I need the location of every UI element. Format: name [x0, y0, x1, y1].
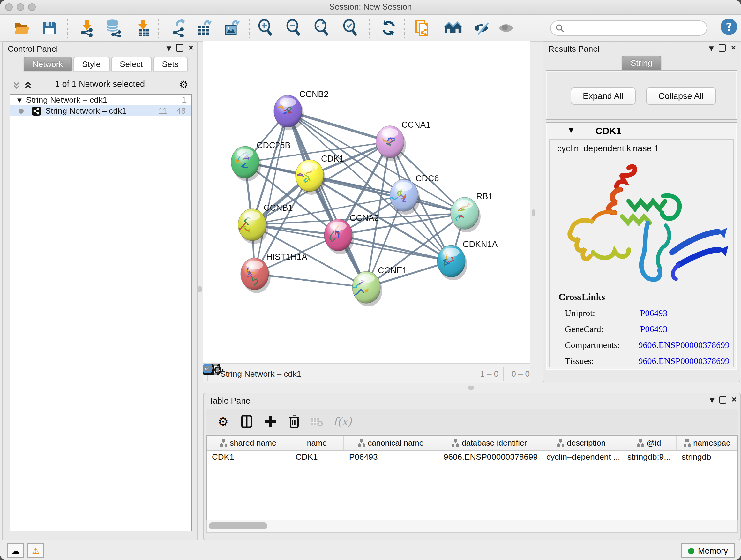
panel-close-icon[interactable]: ×	[189, 45, 193, 51]
help-icon[interactable]: ?	[721, 18, 737, 35]
search-box	[550, 20, 707, 36]
zoom-in-icon[interactable]	[257, 19, 274, 37]
node-card-header[interactable]: ▼ CDK1	[547, 123, 736, 139]
warnings-button[interactable]: ⚠	[27, 543, 44, 558]
network-view-toolbar: String Network – cdk1 1 – 0 0 – 0	[203, 363, 530, 383]
crosslink-value-link[interactable]: 9606.ENSP00000378699	[638, 340, 730, 351]
panel-float-icon[interactable]	[719, 44, 726, 52]
splitter-handle[interactable]	[532, 209, 536, 216]
column-header-shared-name[interactable]: shared name	[207, 436, 290, 450]
column-header-namespac[interactable]: namespac	[677, 436, 738, 450]
column-type-icon	[452, 439, 459, 447]
splitter-handle[interactable]	[468, 386, 474, 389]
collection-label: String Network – cdk1	[26, 95, 107, 105]
panel-close-icon[interactable]: ×	[732, 396, 737, 403]
gear-icon[interactable]: ⚙	[179, 78, 188, 91]
column-header--id[interactable]: @id	[622, 436, 677, 450]
panel-close-icon[interactable]: ×	[731, 45, 736, 51]
tab-sets[interactable]: Sets	[153, 57, 187, 71]
refresh-icon[interactable]	[380, 19, 398, 37]
table-gear-icon[interactable]: ⚙	[218, 415, 228, 428]
gene-name: CDK1	[596, 125, 622, 136]
node-label-ccne1: CCNE1	[378, 266, 407, 275]
scrollbar-thumb[interactable]	[209, 522, 267, 530]
zoom-selected-icon[interactable]	[341, 19, 359, 37]
panel-menu-icon[interactable]: ▼	[709, 44, 714, 51]
column-header-description[interactable]: description	[541, 436, 622, 450]
panel-float-icon[interactable]	[720, 396, 727, 403]
table-row[interactable]: CDK1CDK1P064939606.ENSP00000378699cyclin…	[207, 451, 737, 463]
import-network-database-icon[interactable]	[105, 19, 123, 37]
import-table-icon[interactable]	[134, 19, 152, 37]
expand-all-button[interactable]: Expand All	[570, 87, 636, 105]
export-image-icon[interactable]	[223, 19, 241, 37]
network-collection-row[interactable]: ▼ String Network – cdk1 1	[10, 95, 192, 105]
crosslink-value-link[interactable]: 9606.ENSP00000378699	[638, 356, 730, 367]
collection-count: 1	[182, 95, 186, 105]
tab-select[interactable]: Select	[111, 57, 151, 71]
tab-string[interactable]: String	[622, 56, 661, 70]
search-input[interactable]	[567, 23, 706, 33]
zoom-out-icon[interactable]	[285, 19, 302, 37]
zoom-fit-icon[interactable]	[313, 19, 331, 37]
collection-expand-icon[interactable]: ▼	[17, 97, 22, 103]
cloud-button[interactable]: ☁	[7, 543, 23, 558]
toolbar-separator	[369, 18, 369, 38]
duplicate-network-icon[interactable]	[414, 19, 431, 37]
hide-selected-eye-icon[interactable]	[473, 19, 491, 37]
results-controls-box: Expand All Collapse All	[546, 70, 737, 120]
panel-float-icon[interactable]	[177, 44, 184, 52]
panel-menu-icon[interactable]: ▼	[166, 44, 171, 51]
cloud-icon: ☁	[11, 546, 20, 556]
network-selection-bar: 1 of 1 Network selected ⚙	[3, 77, 197, 92]
tab-network[interactable]: Network	[23, 57, 72, 71]
node-card-body: cyclin–dependent kinase 1	[549, 139, 734, 367]
network-canvas[interactable]: CCNB2CCNA1CDC25BCDK1CDC6RB1CCNB1CCNA2CDK…	[203, 41, 530, 383]
gene-description: cyclin–dependent kinase 1	[549, 140, 733, 153]
table-cell: P06493	[344, 451, 439, 463]
collapse-all-button[interactable]: Collapse All	[646, 87, 716, 105]
open-session-icon[interactable]	[13, 19, 30, 37]
network-list: ▼ String Network – cdk1 1 String Network…	[10, 94, 192, 531]
export-table-icon[interactable]	[195, 19, 213, 37]
crosslink-value-link[interactable]: P06493	[640, 308, 668, 319]
splitter-handle[interactable]	[198, 286, 202, 293]
crosslinks-title: CrossLinks	[558, 292, 730, 303]
network-selection-status: 1 of 1 Network selected	[3, 79, 197, 89]
selected-node-edge-counter: 1 – 0	[480, 369, 498, 378]
export-network-icon[interactable]	[170, 19, 188, 37]
window-title: Session: New Session	[0, 0, 741, 14]
crosslink-value-link[interactable]: P06493	[640, 324, 668, 334]
column-header-database-identifier[interactable]: database identifier	[439, 436, 541, 450]
collapse-section-icon[interactable]: ▼	[569, 126, 574, 133]
column-header-canonical-name[interactable]: canonical name	[344, 436, 439, 450]
table-header-row: shared namenamecanonical namedatabase id…	[207, 436, 737, 451]
network-edge-hist1h1a-ccne1[interactable]	[255, 274, 366, 287]
table-toolbar: ⚙ f(x)	[206, 409, 738, 434]
delete-column-icon[interactable]	[289, 415, 299, 428]
show-all-eye-icon[interactable]	[498, 19, 516, 37]
save-session-icon[interactable]	[41, 19, 59, 37]
import-network-icon[interactable]	[78, 19, 96, 37]
network-label: String Network – cdk1	[45, 106, 126, 116]
fit-selected-crosshair-icon[interactable]	[212, 364, 224, 376]
table-cell: cyclin–dependent ...	[541, 451, 622, 463]
tab-style[interactable]: Style	[73, 57, 110, 71]
window-titlebar: Session: New Session	[0, 0, 741, 15]
network-edge-ccna2-cdkn1a[interactable]	[338, 235, 451, 261]
toolbar-separator	[249, 18, 250, 38]
panel-menu-icon[interactable]: ▼	[710, 396, 714, 403]
column-header-name[interactable]: name	[290, 436, 344, 450]
table-horizontal-scrollbar[interactable]	[206, 520, 738, 533]
network-graph[interactable]: CCNB2CCNA1CDC25BCDK1CDC6RB1CCNB1CCNA2CDK…	[203, 41, 530, 364]
string-home-icon[interactable]	[444, 19, 462, 37]
node-table[interactable]: shared namenamecanonical namedatabase id…	[206, 435, 738, 522]
node-label-ccna1: CCNA1	[401, 120, 431, 130]
memory-button[interactable]: Memory	[681, 543, 735, 558]
column-type-icon	[358, 439, 365, 447]
network-row-selected[interactable]: String Network – cdk1 11 48	[10, 105, 192, 116]
crosslink-row: Uniprot:P06493	[558, 308, 730, 319]
column-type-icon	[220, 439, 227, 447]
show-columns-icon[interactable]	[241, 415, 252, 428]
add-column-icon[interactable]	[265, 416, 276, 427]
